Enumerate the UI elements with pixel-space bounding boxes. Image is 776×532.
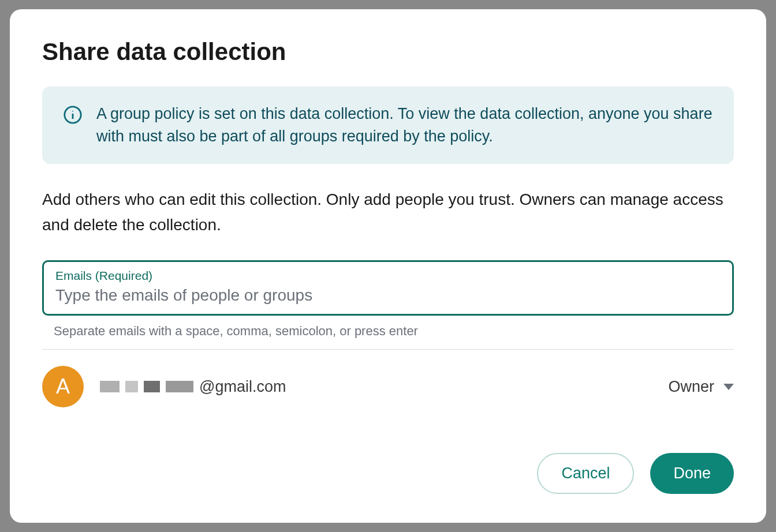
info-banner-text: A group policy is set on this data colle… [96, 103, 713, 148]
dialog-title: Share data collection [42, 38, 734, 66]
email-input[interactable] [55, 286, 721, 305]
email-input-label: Emails (Required) [55, 269, 721, 283]
info-banner: A group policy is set on this data colle… [42, 87, 734, 164]
avatar: A [42, 366, 84, 407]
role-label: Owner [668, 378, 714, 396]
user-email: @gmail.com [100, 378, 286, 396]
email-input-wrapper[interactable]: Emails (Required) [42, 260, 734, 316]
email-helper-text: Separate emails with a space, comma, sem… [54, 324, 734, 339]
chevron-down-icon [723, 384, 734, 390]
svg-point-2 [72, 111, 73, 112]
divider [42, 349, 734, 350]
cancel-button[interactable]: Cancel [537, 453, 634, 494]
user-email-suffix: @gmail.com [199, 378, 286, 396]
user-row: A @gmail.com Owner [42, 366, 734, 407]
dialog-description: Add others who can edit this collection.… [42, 187, 734, 237]
info-icon [63, 105, 83, 125]
dialog-footer: Cancel Done [42, 453, 734, 494]
redacted-email-prefix [100, 381, 193, 392]
share-dialog: Share data collection A group policy is … [10, 9, 766, 523]
role-select[interactable]: Owner [668, 378, 734, 396]
done-button[interactable]: Done [650, 453, 734, 494]
